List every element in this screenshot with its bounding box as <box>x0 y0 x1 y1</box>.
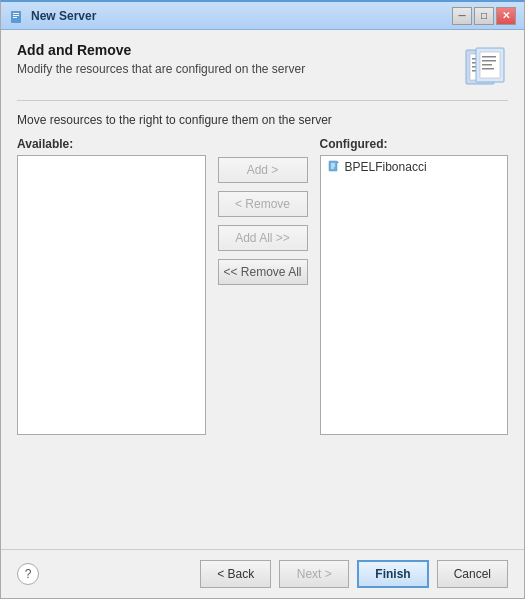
add-all-button[interactable]: Add All >> <box>218 225 308 251</box>
available-list[interactable] <box>17 155 206 435</box>
svg-rect-1 <box>13 13 19 14</box>
remove-all-button[interactable]: << Remove All <box>218 259 308 285</box>
configured-item-name: BPELFibonacci <box>345 160 427 174</box>
list-item[interactable]: BPELFibonacci <box>323 158 506 176</box>
header-section: Add and Remove Modify the resources that… <box>17 42 508 101</box>
title-buttons: ─ □ ✕ <box>452 7 516 25</box>
remove-button[interactable]: < Remove <box>218 191 308 217</box>
footer: ? < Back Next > Finish Cancel <box>1 549 524 598</box>
maximize-button[interactable]: □ <box>474 7 494 25</box>
configured-list[interactable]: BPELFibonacci <box>320 155 509 435</box>
minimize-button[interactable]: ─ <box>452 7 472 25</box>
transfer-buttons: Add > < Remove Add All >> << Remove All <box>206 137 320 285</box>
close-button[interactable]: ✕ <box>496 7 516 25</box>
configured-section: Configured: BPELFibonacci <box>320 137 509 435</box>
add-button[interactable]: Add > <box>218 157 308 183</box>
header-title: Add and Remove <box>17 42 460 58</box>
dialog-window: New Server ─ □ ✕ Add and Remove Modify t… <box>0 0 525 599</box>
window-icon <box>9 8 25 24</box>
content-area: Add and Remove Modify the resources that… <box>1 30 524 549</box>
cancel-button[interactable]: Cancel <box>437 560 508 588</box>
available-section: Available: <box>17 137 206 435</box>
window-title: New Server <box>31 9 452 23</box>
transfer-area: Available: Add > < Remove Add All >> << … <box>17 137 508 537</box>
next-button[interactable]: Next > <box>279 560 349 588</box>
help-button[interactable]: ? <box>17 563 39 585</box>
header-text: Add and Remove Modify the resources that… <box>17 42 460 76</box>
svg-rect-15 <box>482 68 494 70</box>
svg-marker-17 <box>337 161 339 163</box>
svg-rect-3 <box>13 17 17 18</box>
svg-rect-2 <box>13 15 19 16</box>
finish-button[interactable]: Finish <box>357 560 428 588</box>
back-button[interactable]: < Back <box>200 560 271 588</box>
bpel-icon <box>327 160 341 174</box>
header-icon <box>460 42 508 90</box>
configured-label: Configured: <box>320 137 509 151</box>
svg-rect-12 <box>482 56 496 58</box>
svg-rect-14 <box>482 64 492 66</box>
title-bar: New Server ─ □ ✕ <box>1 2 524 30</box>
svg-rect-13 <box>482 60 496 62</box>
instruction-text: Move resources to the right to configure… <box>17 113 508 127</box>
header-description: Modify the resources that are configured… <box>17 62 460 76</box>
available-label: Available: <box>17 137 206 151</box>
